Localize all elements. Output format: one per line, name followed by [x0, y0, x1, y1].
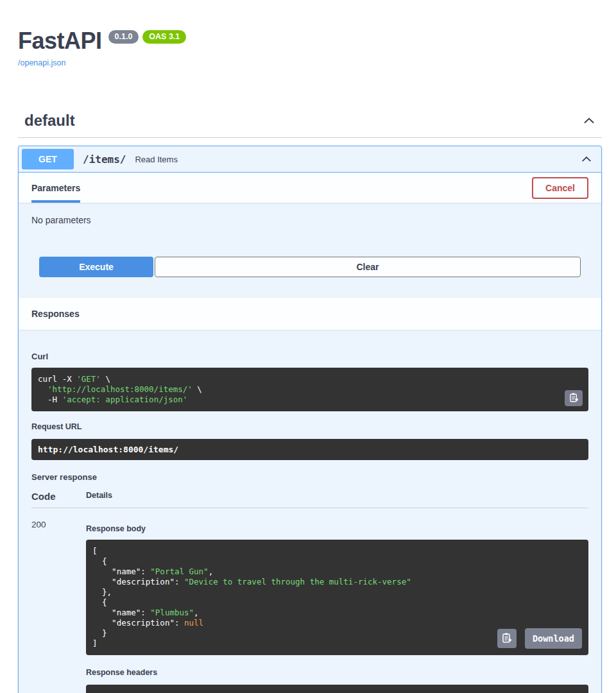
json-text: ,	[209, 567, 214, 576]
cancel-button[interactable]: Cancel	[532, 177, 588, 199]
curl-string: 'http://localhost:8000/items/'	[38, 384, 193, 394]
curl-text: \	[101, 374, 110, 384]
json-line: "name": "Portal Gun",	[92, 567, 582, 577]
opblock-get-items: GET /items/ Read Items Parameters Cancel…	[18, 146, 602, 693]
json-line: "description": null	[92, 618, 582, 628]
copy-response-button[interactable]	[497, 629, 517, 648]
response-headers-label: Response headers	[86, 668, 588, 677]
details-column-header: Details	[86, 491, 112, 502]
curl-string: 'accept: application/json'	[62, 395, 188, 404]
json-key: "description":	[92, 618, 184, 628]
no-parameters-message: No parameters	[19, 203, 601, 237]
curl-text: curl -X	[38, 374, 76, 384]
openapi-spec-link[interactable]: /openapi.json	[18, 58, 65, 67]
copy-curl-button[interactable]	[565, 390, 583, 406]
clear-button[interactable]: Clear	[155, 257, 581, 277]
json-text: ,	[194, 608, 199, 617]
responses-section-title: Responses	[19, 297, 601, 330]
request-url-value: http://localhost:8000/items/	[31, 439, 588, 460]
curl-line: 'http://localhost:8000/items/' \	[38, 384, 582, 395]
request-url-label: Request URL	[31, 422, 588, 431]
json-line: {	[92, 556, 582, 567]
tag-title: default	[24, 112, 75, 130]
oas-version-badge: OAS 3.1	[142, 30, 186, 44]
tag-section-header[interactable]: default	[18, 108, 602, 138]
operation-path: /items/	[83, 153, 126, 166]
version-badge: 0.1.0	[108, 30, 139, 44]
json-line: },	[92, 587, 582, 597]
curl-line: curl -X 'GET' \	[38, 374, 582, 384]
parameters-header: Parameters Cancel	[19, 173, 601, 203]
http-method-badge: GET	[22, 149, 74, 169]
response-body-label: Response body	[86, 524, 588, 533]
page-title: FastAPI	[18, 30, 102, 53]
curl-text: \	[193, 384, 202, 394]
json-line: {	[92, 597, 582, 608]
parameters-tab-label: Parameters	[31, 183, 80, 193]
json-key: "name":	[92, 567, 150, 576]
clipboard-icon	[570, 393, 578, 404]
json-key: "description":	[92, 577, 184, 586]
server-response-label: Server response	[31, 472, 588, 482]
execute-button[interactable]: Execute	[39, 257, 153, 277]
table-header-row: Code Details	[31, 491, 588, 508]
response-row-200: 200 Response body [ { "name": "Portal Gu…	[31, 520, 588, 693]
response-headers-block: content-length: 123 content-type: applic…	[86, 685, 588, 693]
collapse-operation-chevron-up-icon[interactable]	[581, 153, 592, 165]
json-string: "Plumbus"	[150, 608, 194, 617]
api-info: FastAPI 0.1.0 OAS 3.1 /openapi.json	[18, 30, 602, 68]
collapse-section-chevron-up-icon[interactable]	[583, 114, 595, 127]
operation-description: Read Items	[135, 155, 177, 164]
download-button[interactable]: Download	[525, 628, 582, 649]
curl-command-block: curl -X 'GET' \ 'http://localhost:8000/i…	[31, 368, 588, 411]
operation-summary[interactable]: GET /items/ Read Items	[19, 146, 601, 173]
json-string: "Device to travel through the multi-rick…	[184, 577, 411, 586]
status-code: 200	[31, 520, 86, 693]
json-line: "name": "Plumbus",	[92, 608, 582, 618]
curl-line: -H 'accept: application/json'	[38, 395, 582, 405]
json-line: "description": "Device to travel through…	[92, 577, 582, 587]
server-response-table: Code Details 200 Response body [ { "name…	[31, 491, 588, 693]
curl-text: -H	[38, 395, 62, 404]
swagger-ui-page: FastAPI 0.1.0 OAS 3.1 /openapi.json defa…	[0, 30, 616, 693]
response-body-block: [ { "name": "Portal Gun", "description":…	[86, 540, 588, 655]
clipboard-icon	[502, 633, 511, 645]
code-column-header: Code	[31, 491, 86, 502]
json-null: null	[184, 618, 203, 628]
json-line: [	[92, 546, 582, 556]
curl-label: Curl	[31, 352, 588, 361]
curl-string: 'GET'	[76, 374, 101, 384]
tab-parameters[interactable]: Parameters	[31, 173, 80, 203]
responses-content: Curl curl -X 'GET' \ 'http://localhost:8…	[19, 330, 601, 693]
json-key: "name":	[92, 608, 150, 617]
execute-wrapper: Execute Clear	[39, 257, 581, 277]
json-string: "Portal Gun"	[150, 567, 208, 576]
response-body-controls: Download	[497, 628, 582, 649]
